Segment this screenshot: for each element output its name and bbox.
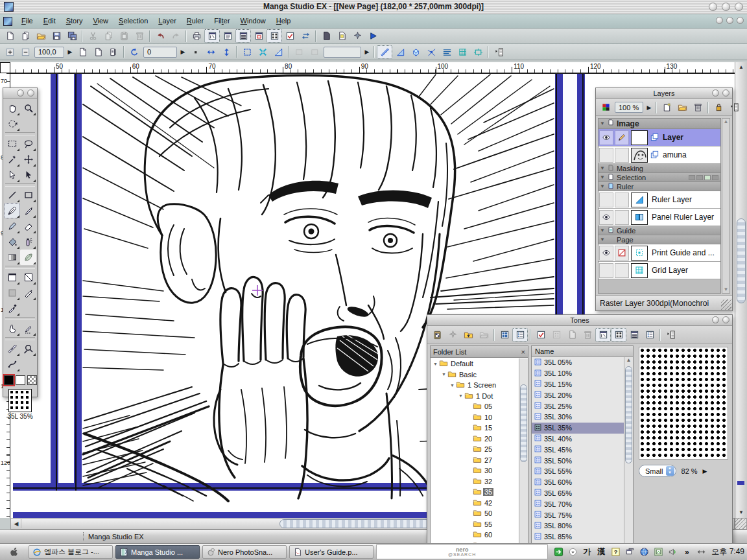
tool-hand[interactable] [4,100,20,116]
collapse-triangle-icon[interactable]: ▼ [600,174,605,180]
current-tone-chip[interactable] [8,389,32,412]
layers-scroll-up[interactable]: ▲ [722,119,729,124]
tone-item-35l-10-[interactable]: 35L 10% [532,368,624,379]
layers-scrollbar[interactable]: ▲ ▼ [722,118,730,294]
collapse-triangle-icon[interactable]: ▼ [600,237,605,242]
new-page-button[interactable] [2,29,18,43]
snap-free-button[interactable] [255,45,270,59]
scroll-left-arrow[interactable]: ◀ [12,519,21,528]
tone-scroll-thumb[interactable] [625,366,632,463]
tree-twisty-icon[interactable]: ▼ [450,383,456,388]
tool-direct-select[interactable] [4,167,20,183]
menu-window[interactable]: Window [235,15,271,27]
tools-collapse-button[interactable] [17,89,24,97]
minimize-button[interactable] [709,3,717,11]
view-opt-4-button[interactable] [642,328,658,342]
layer-row-panel-ruler-layer[interactable]: Panel Ruler Layer [599,209,720,226]
vertical-scroll-thumb[interactable] [737,218,746,303]
tool-rectangle[interactable] [20,187,36,203]
tone-folder-27[interactable]: 27 [431,455,519,466]
layer-visibility-cell[interactable] [599,130,613,145]
menu-selection[interactable]: Selection [113,15,153,27]
menu-ruler[interactable]: Ruler [182,15,209,27]
tool-lasso[interactable] [20,136,36,152]
tone-item-35l-25-[interactable]: 35L 25% [532,401,624,412]
layer-visibility-cell[interactable] [599,148,613,163]
tone-item-35l-65-[interactable]: 35L 65% [532,488,624,499]
ruler-frame-button[interactable] [470,45,486,59]
tools-close-button[interactable] [27,89,34,97]
scroll-down-arrow[interactable]: ▼ [737,509,746,517]
tone-folder-1-screen[interactable]: ▼1 Screen [431,380,519,391]
layer-section-selection[interactable]: ▼Selection [599,173,720,182]
tool-airbrush[interactable] [20,234,36,250]
collapse-triangle-icon[interactable]: ▼ [600,165,605,171]
tone-folder-25[interactable]: 25 [431,444,519,455]
layer-edit-cell[interactable] [615,192,629,207]
tone-item-35l-45-[interactable]: 35L 45% [532,444,624,455]
redo-button[interactable] [168,29,184,43]
preview-zoom-arrow-icon[interactable]: ▶ [703,468,707,474]
tone-item-35l-35-[interactable]: 35L 35% [532,423,624,434]
tone-preview-button[interactable] [549,328,564,342]
paste-button[interactable] [116,29,132,43]
layer-row-print-guide-and-[interactable]: Print Guide and ... [599,244,720,262]
menu-filter[interactable]: Filter [209,15,235,27]
layer-color-button[interactable] [598,100,613,114]
zoom-presets-arrow[interactable]: ▶ [65,47,75,58]
run-story-button[interactable] [365,29,381,43]
vertical-scrollbar[interactable]: ▲ ▼ [735,62,747,518]
folder-up-button[interactable] [460,328,476,342]
flip-horizontal-button[interactable] [203,45,219,59]
tools-palette-titlebar[interactable] [3,88,37,99]
layer-thumbnail[interactable] [631,148,648,163]
tool-marker[interactable] [4,218,20,234]
tool-pen[interactable] [4,203,20,218]
layer-section-page[interactable]: ▼Page [599,235,720,244]
layer-row-ruler-layer[interactable]: Ruler Layer [599,191,720,209]
print-button[interactable] [189,29,204,43]
collapse-triangle-icon[interactable]: ▼ [600,228,605,233]
collapse-triangle-icon[interactable]: ▼ [600,183,605,189]
save-all-button[interactable] [64,29,80,43]
tool-select[interactable] [20,167,36,183]
zoom-field[interactable]: 100,0 [34,47,64,58]
tone-folder-basic[interactable]: ▼Basic [431,369,519,380]
tool-curve[interactable] [4,356,20,372]
list-view-button[interactable] [512,328,528,342]
mdi-minimize-button[interactable] [716,17,723,24]
view-opt-2-button[interactable] [611,328,626,342]
folder-list-close-icon[interactable]: × [521,348,525,356]
maximize-button[interactable] [722,3,730,11]
tone-item-35l-15-[interactable]: 35L 15% [532,379,624,390]
properties-palette-button[interactable] [282,29,298,43]
tray-help[interactable]: ? [610,547,621,557]
tool-move[interactable] [20,152,36,167]
tool-line[interactable] [4,187,20,203]
tone-folder-15[interactable]: 15 [431,423,519,434]
tone-item-35l-85-[interactable]: 35L 85% [532,531,624,542]
flip-vertical-button[interactable] [219,45,234,59]
layers-collapse-button[interactable] [712,89,719,97]
tool-finger[interactable] [4,321,20,336]
tray-network[interactable] [696,547,706,557]
cut-button[interactable] [85,29,101,43]
tool-panel-cutter[interactable] [20,270,36,285]
tone-folder-32[interactable]: 32 [431,476,519,487]
tray-globe[interactable] [639,547,649,557]
new-story-button[interactable] [18,29,33,43]
view-opt-1-button[interactable] [595,328,611,342]
tree-twisty-icon[interactable]: ▼ [458,393,464,398]
foreground-color-swatch[interactable] [4,375,14,385]
undo-button[interactable] [152,29,168,43]
mdi-close-button[interactable] [737,17,744,24]
new-tone-button[interactable] [564,328,580,342]
tone-folder-10[interactable]: 10 [431,412,519,423]
copy-button[interactable] [101,29,116,43]
tool-dot-pen[interactable] [20,321,36,336]
tone-item-35l-05-[interactable]: 35L 05% [532,357,624,368]
taskbar-task-manga[interactable]: Manga Studio ... [115,545,200,559]
ruler-grid-button[interactable] [455,45,470,59]
sync-palettes-button[interactable] [298,29,313,43]
collapse-triangle-icon[interactable]: ▼ [600,121,605,126]
